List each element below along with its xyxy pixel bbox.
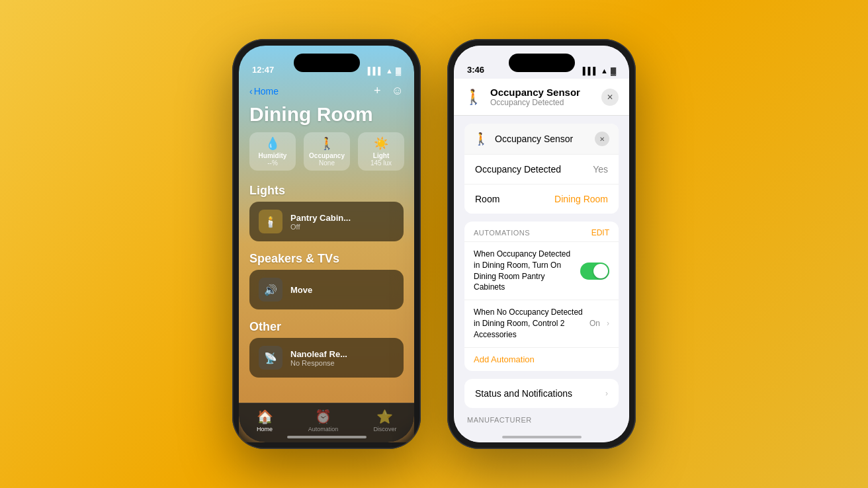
humidity-label: Humidity [259, 152, 287, 159]
light-icon: ☀️ [374, 136, 388, 151]
phone1-content: ‹ Home + ☺ Dining Room 💧 Humidity --% � [239, 79, 414, 403]
manufacturer-label: MANUFACTURER [464, 416, 619, 427]
phone-1-screen: 12:47 ▌▌▌ ▲ ▓ ‹ Home + ☺ Dining Roo [239, 46, 414, 442]
automations-edit-button[interactable]: EDIT [591, 228, 609, 237]
back-label-1: Home [254, 86, 279, 97]
speaker-name: Move [290, 285, 312, 295]
chevron-right-icon-2: › [605, 389, 608, 398]
humidity-icon: 💧 [265, 136, 280, 151]
sensor-row: 💧 Humidity --% 🚶 Occupancy None ☀️ Light… [239, 132, 414, 179]
humidity-value: --% [267, 159, 278, 167]
back-button-1[interactable]: ‹ Home [249, 86, 279, 97]
pantry-status: Off [290, 223, 351, 231]
pantry-info: Pantry Cabin... Off [290, 213, 351, 231]
light-label: Light [373, 152, 389, 159]
close-button[interactable]: ✕ [601, 89, 619, 106]
home-indicator-1 [287, 436, 367, 438]
dynamic-island-2 [509, 54, 575, 72]
sensor-card-section: 🚶 Occupancy Sensor ✕ Occupancy Detected … [454, 124, 629, 214]
dynamic-island-1 [294, 54, 360, 72]
person-icon-1[interactable]: ☺ [392, 84, 404, 98]
add-automation-button[interactable]: Add Automation [464, 347, 619, 371]
nav-bar-1: ‹ Home + ☺ [239, 79, 414, 101]
manufacturer-section: MANUFACTURER [464, 416, 619, 427]
sensor-detail-card: 🚶 Occupancy Sensor ✕ Occupancy Detected … [464, 124, 619, 214]
automation-text-2: When No Occupancy Detected in Dining Roo… [474, 307, 583, 340]
detail-header-text: Occupancy Sensor Occupancy Detected [490, 87, 593, 107]
discover-tab-label: Discover [373, 426, 396, 432]
sensor-card-header: 🚶 Occupancy Sensor ✕ [464, 124, 619, 155]
automation-row-1: When Occupancy Detected in Dining Room, … [464, 241, 619, 300]
nanoleaf-card[interactable]: 📡 Nanoleaf Re... No Response [249, 338, 404, 378]
detail-subtitle: Occupancy Detected [490, 98, 593, 107]
occupancy-detected-row: Occupancy Detected Yes [464, 155, 619, 184]
tab-automation[interactable]: ⏰ Automation [308, 409, 339, 432]
battery-icon-1: ▓ [396, 67, 401, 75]
automations-header: AUTOMATIONS EDIT [464, 222, 619, 241]
remove-sensor-button[interactable]: ✕ [595, 132, 609, 146]
automations-section: AUTOMATIONS EDIT When Occupancy Detected… [464, 222, 619, 371]
battery-icon-2: ▓ [611, 67, 616, 75]
automation-row-2[interactable]: When No Occupancy Detected in Dining Roo… [464, 300, 619, 346]
phone-2-screen: 3:46 ▌▌▌ ▲ ▓ 🚶 Occupancy Sensor Occupanc… [454, 46, 629, 442]
phone-1: 12:47 ▌▌▌ ▲ ▓ ‹ Home + ☺ Dining Roo [232, 39, 421, 449]
home-tab-label: Home [257, 426, 273, 432]
chevron-left-icon-1: ‹ [249, 86, 253, 97]
detail-header-icon: 🚶 [464, 89, 482, 106]
chevron-right-icon-1: › [607, 319, 609, 328]
status-notifications-label: Status and Notifications [475, 388, 605, 399]
sensor-card-title: Occupancy Sensor [495, 134, 588, 144]
nanoleaf-name: Nanoleaf Re... [290, 349, 347, 359]
automations-label: AUTOMATIONS [474, 229, 530, 237]
occupancy-detected-label: Occupancy Detected [475, 164, 561, 175]
pantry-name: Pantry Cabin... [290, 213, 351, 223]
phone2-content: 🚶 Occupancy Sensor Occupancy Detected ✕ … [454, 79, 629, 442]
light-value: 145 lux [370, 159, 392, 167]
occupancy-value: None [319, 159, 335, 167]
room-row[interactable]: Room Dining Room [464, 184, 619, 214]
automation-tab-label: Automation [308, 426, 339, 432]
occupancy-detected-value: Yes [593, 164, 608, 175]
nanoleaf-status: No Response [290, 359, 347, 367]
detail-title: Occupancy Sensor [490, 87, 593, 98]
automation-text-1: When Occupancy Detected in Dining Room, … [474, 249, 574, 293]
page-title-1: Dining Room [239, 101, 414, 132]
speakers-section-header: Speakers & TVs [239, 247, 414, 270]
lights-section-header: Lights [239, 179, 414, 202]
automation-toggle-1[interactable] [580, 263, 609, 280]
status-notifications-row[interactable]: Status and Notifications › [464, 379, 619, 408]
other-section-header: Other [239, 315, 414, 338]
occupancy-sensor-widget: 🚶 Occupancy None [304, 132, 350, 171]
nanoleaf-info: Nanoleaf Re... No Response [290, 349, 347, 367]
room-value: Dining Room [554, 194, 608, 204]
status-icons-2: ▌▌▌ ▲ ▓ [583, 67, 616, 75]
tab-home[interactable]: 🏠 Home [257, 409, 273, 432]
wifi-icon-2: ▲ [601, 67, 608, 75]
sensor-card-icon: 🚶 [474, 132, 488, 146]
wifi-icon-1: ▲ [386, 67, 393, 75]
time-display-1: 12:47 [252, 65, 274, 75]
room-label: Room [475, 194, 499, 204]
nav-right-1: + ☺ [374, 84, 404, 98]
move-speaker-card[interactable]: 🔊 Move [249, 270, 404, 309]
pantry-cabinet-card[interactable]: 🕯️ Pantry Cabin... Off [249, 202, 404, 241]
home-indicator-2 [502, 436, 582, 438]
add-icon-1[interactable]: + [374, 84, 381, 98]
humidity-sensor: 💧 Humidity --% [249, 132, 296, 171]
pantry-icon-box: 🕯️ [259, 210, 282, 233]
detail-header: 🚶 Occupancy Sensor Occupancy Detected ✕ [454, 79, 629, 116]
light-sensor-widget: ☀️ Light 145 lux [358, 132, 404, 171]
phone-2: 3:46 ▌▌▌ ▲ ▓ 🚶 Occupancy Sensor Occupanc… [447, 39, 636, 449]
discover-tab-icon: ⭐ [376, 409, 393, 425]
tab-discover[interactable]: ⭐ Discover [373, 409, 396, 432]
signal-icon-1: ▌▌▌ [368, 67, 383, 75]
occupancy-icon: 🚶 [320, 136, 334, 151]
automation-tab-icon: ⏰ [315, 409, 331, 425]
speaker-info: Move [290, 285, 312, 295]
add-automation-label: Add Automation [474, 354, 535, 364]
time-display-2: 3:46 [467, 65, 484, 75]
nanoleaf-icon-box: 📡 [259, 346, 282, 370]
speaker-icon-box: 🔊 [259, 278, 282, 302]
home-tab-icon: 🏠 [257, 409, 273, 425]
automation-on-text: On [589, 319, 600, 328]
